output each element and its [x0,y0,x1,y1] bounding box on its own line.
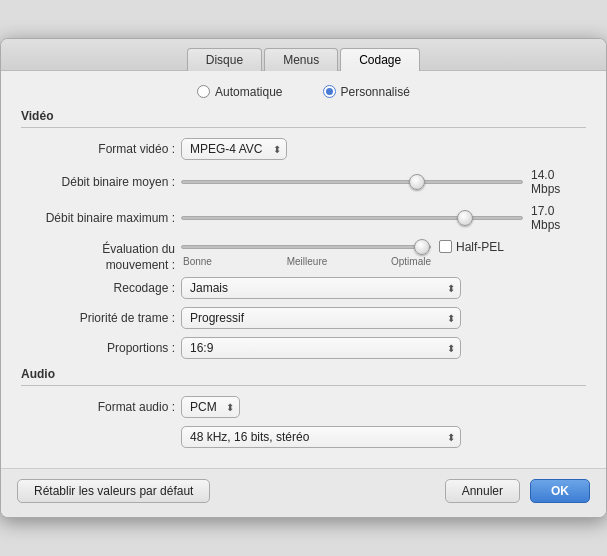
footer: Rétablir les valeurs par défaut Annuler … [1,468,606,517]
eval-mark-optimale: Optimale [348,256,431,267]
cancel-button[interactable]: Annuler [445,479,520,503]
mode-custom-option[interactable]: Personnalisé [323,85,410,99]
mode-auto-option[interactable]: Automatique [197,85,282,99]
priorite-label: Priorité de trame : [21,311,181,325]
tab-codage[interactable]: Codage [340,48,420,71]
audio-format-select[interactable]: PCM [181,396,240,418]
eval-slider-row: Half-PEL [181,240,586,254]
proportions-select[interactable]: 16:9 [181,337,461,359]
recodage-row: Recodage : Jamais ⬍ [21,277,586,299]
priorite-wrapper: Progressif ⬍ [181,307,461,329]
eval-slider[interactable] [181,245,431,249]
bitrate-max-label: Débit binaire maximum : [21,211,181,225]
video-section-label: Vidéo [21,109,586,123]
audio-divider [21,385,586,386]
mode-custom-radio[interactable] [323,85,336,98]
priorite-row: Priorité de trame : Progressif ⬍ [21,307,586,329]
bitrate-max-row: Débit binaire maximum : 17.0 Mbps [21,204,586,232]
tab-disque[interactable]: Disque [187,48,262,71]
encoding-mode-row: Automatique Personnalisé [21,85,586,99]
mode-auto-label: Automatique [215,85,282,99]
proportions-label: Proportions : [21,341,181,355]
tab-menus[interactable]: Menus [264,48,338,71]
eval-mark-bonne: Bonne [183,256,266,267]
audio-section-label: Audio [21,367,586,381]
eval-mark-meilleure: Meilleure [266,256,349,267]
recodage-select[interactable]: Jamais [181,277,461,299]
dialog: Disque Menus Codage Automatique Personna… [0,38,607,518]
format-video-wrapper: MPEG-4 AVC ⬍ [181,138,287,160]
mode-custom-label: Personnalisé [341,85,410,99]
recodage-wrapper: Jamais ⬍ [181,277,461,299]
eval-row: Évaluation dumouvement : Half-PEL Bonne … [21,240,586,273]
footer-right: Annuler OK [445,479,590,503]
audio-format-label: Format audio : [21,400,181,414]
audio-settings-row: 48 kHz, 16 bits, stéréo ⬍ [21,426,586,448]
reset-button[interactable]: Rétablir les valeurs par défaut [17,479,210,503]
bitrate-avg-slider[interactable] [181,180,523,184]
mode-auto-radio[interactable] [197,85,210,98]
audio-section: Audio Format audio : PCM ⬍ 48 kHz, 16 bi… [21,367,586,448]
format-video-row: Format vidéo : MPEG-4 AVC ⬍ [21,138,586,160]
tab-bar: Disque Menus Codage [1,39,606,71]
bitrate-avg-label: Débit binaire moyen : [21,175,181,189]
eval-right: Half-PEL Bonne Meilleure Optimale [181,240,586,267]
eval-marks: Bonne Meilleure Optimale [181,256,431,267]
video-divider [21,127,586,128]
audio-format-row: Format audio : PCM ⬍ [21,396,586,418]
bitrate-avg-row: Débit binaire moyen : 14.0 Mbps [21,168,586,196]
bitrate-max-container: 17.0 Mbps [181,204,586,232]
bitrate-avg-container: 14.0 Mbps [181,168,586,196]
format-video-select[interactable]: MPEG-4 AVC [181,138,287,160]
audio-settings-wrapper: 48 kHz, 16 bits, stéréo ⬍ [181,426,461,448]
audio-format-wrapper: PCM ⬍ [181,396,240,418]
dialog-content: Automatique Personnalisé Vidéo Format vi… [1,71,606,468]
proportions-row: Proportions : 16:9 ⬍ [21,337,586,359]
bitrate-avg-value: 14.0 Mbps [531,168,586,196]
bitrate-max-value: 17.0 Mbps [531,204,586,232]
half-pel-label: Half-PEL [456,240,504,254]
bitrate-max-slider[interactable] [181,216,523,220]
half-pel-container: Half-PEL [439,240,504,254]
ok-button[interactable]: OK [530,479,590,503]
half-pel-checkbox[interactable] [439,240,452,253]
format-video-label: Format vidéo : [21,142,181,156]
recodage-label: Recodage : [21,281,181,295]
proportions-wrapper: 16:9 ⬍ [181,337,461,359]
audio-settings-select[interactable]: 48 kHz, 16 bits, stéréo [181,426,461,448]
priorite-select[interactable]: Progressif [181,307,461,329]
eval-label: Évaluation dumouvement : [21,240,181,273]
